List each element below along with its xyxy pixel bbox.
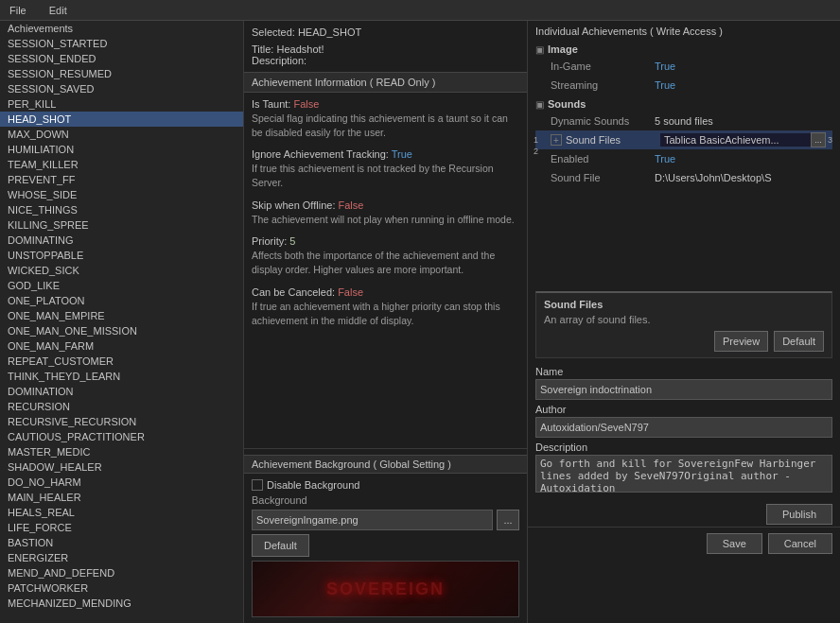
main-layout: AchievementsSESSION_STARTEDSESSION_ENDED…	[0, 21, 840, 623]
publish-row: Publish	[528, 502, 840, 527]
in-game-label: In-Game	[551, 61, 655, 72]
disable-bg-checkbox[interactable]	[252, 479, 263, 491]
list-item[interactable]: KILLING_SPREE	[0, 217, 243, 233]
list-item[interactable]: DO_NO_HARM	[0, 475, 243, 490]
achievement-info-container: Achievement Information ( READ Only ) Is…	[244, 72, 527, 623]
image-group-label: Image	[548, 43, 578, 55]
author-label: Author	[535, 404, 832, 415]
badge-3: 3	[828, 135, 832, 145]
list-item[interactable]: SESSION_RESUMED	[0, 66, 243, 81]
sound-files-expand-icon[interactable]: +	[551, 134, 562, 146]
title-line: Title: Headshot!	[252, 43, 519, 55]
image-group-header[interactable]: ▣ Image	[535, 42, 832, 57]
list-item[interactable]: CAUTIOUS_PRACTITIONER	[0, 429, 243, 444]
sound-files-edit-button[interactable]: ...	[811, 132, 826, 147]
name-row: Name	[535, 366, 832, 400]
list-item[interactable]: SESSION_STARTED	[0, 36, 243, 51]
file-menu[interactable]: File	[4, 3, 32, 18]
list-item[interactable]: ENERGIZER	[0, 550, 243, 565]
background-input[interactable]	[252, 510, 493, 530]
list-item[interactable]: HUMILIATION	[0, 142, 243, 157]
list-item[interactable]: HEALS_REAL	[0, 505, 243, 520]
list-item[interactable]: GOD_LIKE	[0, 278, 243, 293]
sound-files-value: Tablica BasicAchievem...	[660, 133, 811, 147]
list-item[interactable]: REPEAT_CUSTOMER	[0, 354, 243, 369]
info-box-title: Sound Files	[544, 299, 824, 310]
list-item[interactable]: WHOSE_SIDE	[0, 187, 243, 202]
is-taunt-label: Is Taunt: False	[252, 98, 519, 110]
sounds-group-header[interactable]: ▣ Sounds	[535, 96, 832, 112]
list-item[interactable]: PER_KILL	[0, 96, 243, 112]
disable-bg-label: Disable Background	[267, 479, 359, 491]
info-box-text: An array of sound files.	[544, 314, 824, 325]
bg-browse-button[interactable]: ...	[497, 510, 519, 530]
in-game-row: In-Game True	[535, 57, 832, 76]
priority-desc: Affects both the importance of the achie…	[252, 249, 519, 276]
list-item[interactable]: MASTER_MEDIC	[0, 444, 243, 459]
list-item[interactable]: WICKED_SICK	[0, 263, 243, 278]
sounds-expand-icon: ▣	[535, 99, 544, 110]
is-taunt-section: Is Taunt: False Special flag indicating …	[252, 98, 519, 139]
can-cancel-desc: If true an achievement with a higher pri…	[252, 300, 519, 327]
list-item[interactable]: MAIN_HEALER	[0, 490, 243, 505]
list-item[interactable]: RECURSIVE_RECURSION	[0, 414, 243, 429]
bg-input-row: ...	[252, 510, 519, 530]
ignore-tracking-label: Ignore Achievement Tracking: True	[252, 148, 519, 160]
list-item[interactable]: PREVENT_FF	[0, 172, 243, 187]
preview-text: SOVEREIGN	[326, 580, 445, 599]
list-item[interactable]: MEND_AND_DEFEND	[0, 565, 243, 580]
list-item[interactable]: LIFE_FORCE	[0, 520, 243, 535]
achievements-list[interactable]: AchievementsSESSION_STARTEDSESSION_ENDED…	[0, 21, 243, 623]
description-textarea[interactable]: Go forth and kill for SovereignFew Harbi…	[535, 455, 832, 493]
list-item[interactable]: SESSION_SAVED	[0, 81, 243, 96]
description-label: Description	[535, 441, 832, 453]
background-section: Achievement Background ( Global Setting …	[244, 448, 527, 623]
list-item[interactable]: ONE_MAN_ONE_MISSION	[0, 323, 243, 338]
publish-button[interactable]: Publish	[766, 504, 832, 525]
sound-file-label: Sound File	[551, 172, 655, 183]
skip-offline-label: Skip when Offline: False	[252, 199, 519, 211]
list-item[interactable]: TEAM_KILLER	[0, 157, 243, 172]
enabled-row: Enabled True	[535, 149, 832, 168]
list-item[interactable]: SHADOW_HEALER	[0, 459, 243, 475]
list-item[interactable]: UNSTOPPABLE	[0, 248, 243, 263]
sound-file-row: Sound File D:\Users\John\Desktop\S	[535, 168, 832, 187]
list-item[interactable]: MECHANIZED_MENDING	[0, 596, 243, 611]
list-item[interactable]: ONE_MAN_FARM	[0, 338, 243, 354]
bg-header: Achievement Background ( Global Setting …	[244, 455, 527, 474]
ignore-tracking-desc: If true this achievement is not tracked …	[252, 162, 519, 189]
image-group: ▣ Image In-Game True Streaming True	[535, 42, 832, 95]
list-item[interactable]: PATCHWORKER	[0, 580, 243, 596]
author-row: Author	[535, 404, 832, 438]
list-item[interactable]: HEAD_SHOT	[0, 112, 243, 127]
list-item[interactable]: THINK_THEYD_LEARN	[0, 369, 243, 384]
list-item[interactable]: DOMINATING	[0, 233, 243, 248]
list-item[interactable]: ONE_MAN_EMPIRE	[0, 308, 243, 323]
list-item[interactable]: DOMINATION	[0, 384, 243, 399]
in-game-value: True	[655, 61, 675, 72]
list-item[interactable]: ONE_PLATOON	[0, 293, 243, 308]
author-input[interactable]	[535, 417, 832, 438]
list-item[interactable]: SESSION_ENDED	[0, 51, 243, 66]
sounds-group-label: Sounds	[548, 98, 586, 110]
info-default-button[interactable]: Default	[774, 331, 824, 352]
preview-image: SOVEREIGN	[252, 561, 519, 617]
list-item[interactable]: BASTION	[0, 535, 243, 550]
list-item[interactable]: Achievements	[0, 21, 243, 36]
edit-menu[interactable]: Edit	[44, 3, 73, 18]
save-button[interactable]: Save	[707, 533, 762, 554]
sound-files-row[interactable]: 1 2 + Sound Files Tablica BasicAchievem.…	[535, 130, 832, 149]
ignore-tracking-section: Ignore Achievement Tracking: True If tru…	[252, 148, 519, 189]
list-item[interactable]: NICE_THINGS	[0, 202, 243, 217]
cancel-button[interactable]: Cancel	[768, 533, 832, 554]
badge-2: 2	[534, 147, 538, 156]
dynamic-sounds-label: Dynamic Sounds	[551, 115, 655, 127]
sound-files-label: Sound Files	[566, 134, 660, 146]
preview-button[interactable]: Preview	[714, 331, 768, 352]
list-item[interactable]: RECURSION	[0, 399, 243, 414]
background-label: Background	[252, 494, 519, 506]
name-input[interactable]	[535, 379, 832, 400]
list-item[interactable]: MAX_DOWN	[0, 127, 243, 142]
default-button[interactable]: Default	[252, 534, 309, 557]
properties-area: ▣ Image In-Game True Streaming True ▣ So…	[528, 42, 840, 287]
